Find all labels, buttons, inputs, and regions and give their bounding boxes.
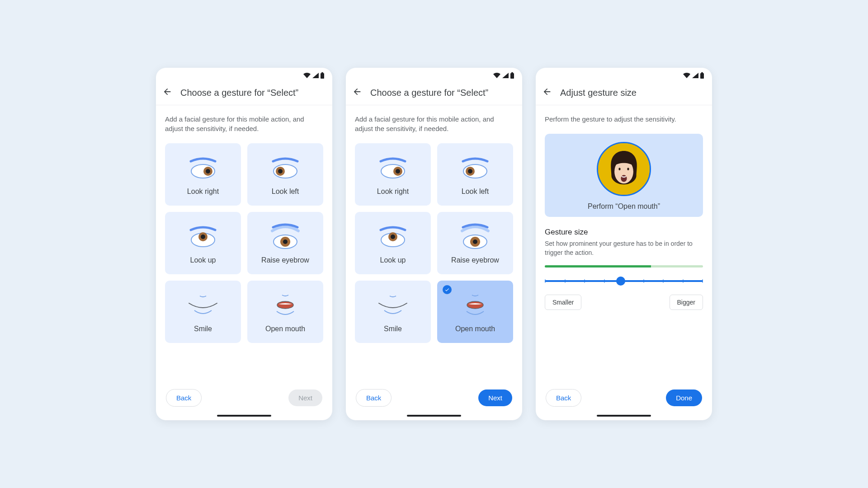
wifi-icon <box>493 73 500 78</box>
page-title: Choose a gesture for “Select” <box>180 88 298 98</box>
description-text: Add a facial gesture for this mobile act… <box>355 114 513 133</box>
phone-screen-2: Choose a gesture for “Select” Add a faci… <box>346 68 522 420</box>
smile-illustration <box>183 291 223 322</box>
footer-bar: Back Done <box>536 380 712 420</box>
gesture-card-label: Open mouth <box>265 325 305 333</box>
gesture-card-label: Raise eyebrow <box>261 256 309 264</box>
open-mouth-illustration <box>455 291 495 322</box>
eye-up-illustration <box>183 222 223 253</box>
battery-icon <box>700 72 704 79</box>
gesture-grid: Look rightLook leftLook upRaise eyebrowS… <box>355 143 513 343</box>
next-button: Next <box>288 389 322 406</box>
gesture-card-label: Look up <box>380 256 406 264</box>
content-area: Add a facial gesture for this mobile act… <box>346 105 522 380</box>
signal-icon <box>312 73 319 78</box>
svg-point-29 <box>467 301 483 309</box>
gesture-progress-bar <box>545 265 703 267</box>
back-button[interactable]: Back <box>546 389 581 407</box>
gesture-card-open-mouth[interactable]: Open mouth <box>247 281 323 343</box>
eyebrow-illustration <box>265 222 306 253</box>
next-button[interactable]: Next <box>478 389 512 406</box>
back-arrow-icon[interactable] <box>352 87 362 99</box>
perform-label: Perform “Open mouth” <box>545 202 703 211</box>
page-title: Adjust gesture size <box>560 88 637 98</box>
gesture-card-open-mouth[interactable]: Open mouth <box>437 281 513 343</box>
eye-left-illustration <box>455 153 495 185</box>
svg-rect-30 <box>700 73 704 79</box>
page-title: Choose a gesture for “Select” <box>370 88 488 98</box>
gesture-size-title: Gesture size <box>545 228 703 237</box>
gesture-grid: Look rightLook leftLook upRaise eyebrowS… <box>165 143 323 343</box>
svg-rect-1 <box>321 72 323 73</box>
svg-point-34 <box>618 168 620 170</box>
svg-point-4 <box>206 169 210 174</box>
app-bar: Choose a gesture for “Select” <box>346 80 522 105</box>
nav-handle[interactable] <box>407 415 461 417</box>
gesture-card-eye-right[interactable]: Look right <box>355 143 431 206</box>
app-bar: Choose a gesture for “Select” <box>156 80 332 105</box>
smile-illustration <box>373 291 413 322</box>
done-button[interactable]: Done <box>666 389 702 406</box>
gesture-card-eye-left[interactable]: Look left <box>247 143 323 206</box>
svg-rect-0 <box>321 73 324 79</box>
svg-point-28 <box>473 239 477 244</box>
gesture-card-eyebrow[interactable]: Raise eyebrow <box>437 212 513 274</box>
footer-bar: Back Next <box>346 380 522 420</box>
back-button[interactable]: Back <box>356 389 392 407</box>
svg-rect-16 <box>511 72 513 73</box>
svg-point-35 <box>627 168 629 170</box>
camera-preview-panel: Perform “Open mouth” <box>545 134 703 217</box>
battery-icon <box>510 72 514 79</box>
gesture-progress-fill <box>545 265 651 267</box>
bigger-button[interactable]: Bigger <box>670 295 703 310</box>
content-area: Add a facial gesture for this mobile act… <box>156 105 332 380</box>
svg-rect-15 <box>510 73 514 79</box>
open-mouth-illustration <box>265 291 306 322</box>
wifi-icon <box>683 73 690 78</box>
size-button-row: Smaller Bigger <box>545 295 703 310</box>
gesture-card-label: Raise eyebrow <box>451 256 499 264</box>
gesture-card-label: Look up <box>190 256 216 264</box>
footer-bar: Back Next <box>156 380 332 420</box>
gesture-card-eye-up[interactable]: Look up <box>355 212 431 274</box>
gesture-card-label: Smile <box>194 325 212 333</box>
gesture-card-label: Look right <box>187 188 219 196</box>
eye-right-illustration <box>373 153 413 185</box>
svg-point-19 <box>396 169 400 174</box>
nav-handle[interactable] <box>597 415 651 417</box>
status-bar <box>156 68 332 80</box>
gesture-card-eyebrow[interactable]: Raise eyebrow <box>247 212 323 274</box>
gesture-card-eye-left[interactable]: Look left <box>437 143 513 206</box>
gesture-card-smile[interactable]: Smile <box>355 281 431 343</box>
camera-preview-avatar <box>597 142 651 196</box>
phone-screen-3: Adjust gesture size Perform the gesture … <box>536 68 712 420</box>
slider-thumb[interactable] <box>616 277 625 286</box>
svg-rect-31 <box>701 72 703 73</box>
svg-point-13 <box>283 239 288 244</box>
smaller-button[interactable]: Smaller <box>545 295 581 310</box>
description-text: Add a facial gesture for this mobile act… <box>165 114 323 133</box>
gesture-card-label: Look left <box>462 188 489 196</box>
signal-icon <box>502 73 509 78</box>
nav-handle[interactable] <box>217 415 271 417</box>
status-bar <box>536 68 712 80</box>
eye-up-illustration <box>373 222 413 253</box>
gesture-card-label: Look left <box>272 188 299 196</box>
content-area: Perform the gesture to adjust the sensit… <box>536 105 712 380</box>
phone-screen-1: Choose a gesture for “Select” Add a faci… <box>156 68 332 420</box>
svg-point-10 <box>201 235 205 239</box>
description-text: Perform the gesture to adjust the sensit… <box>545 114 703 124</box>
back-arrow-icon[interactable] <box>542 87 552 99</box>
gesture-card-smile[interactable]: Smile <box>165 281 241 343</box>
eyebrow-illustration <box>455 222 495 253</box>
gesture-card-eye-up[interactable]: Look up <box>165 212 241 274</box>
check-icon <box>443 285 452 294</box>
back-arrow-icon[interactable] <box>162 87 172 99</box>
back-button[interactable]: Back <box>166 389 202 407</box>
svg-point-36 <box>621 175 627 182</box>
gesture-card-eye-right[interactable]: Look right <box>165 143 241 206</box>
wifi-icon <box>303 73 311 78</box>
eye-right-illustration <box>183 153 223 185</box>
svg-point-22 <box>468 169 472 174</box>
sensitivity-slider[interactable] <box>545 277 703 286</box>
